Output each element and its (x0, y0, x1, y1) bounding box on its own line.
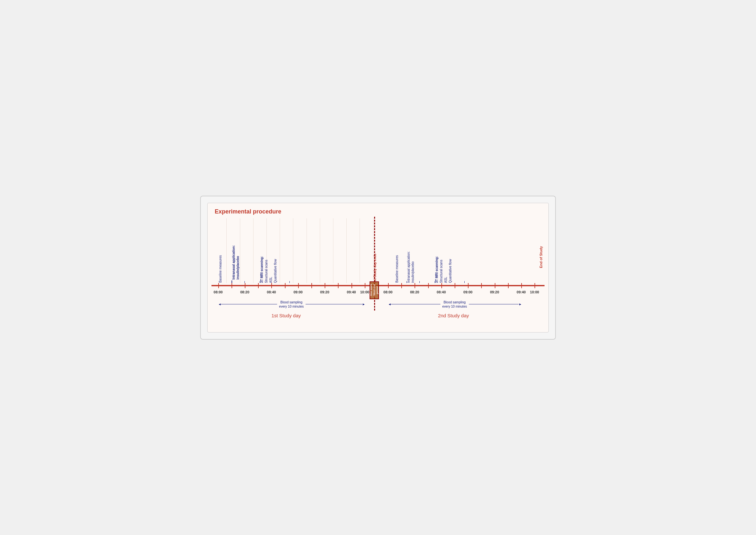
time-label-d2-1000: 10:00 (530, 290, 539, 294)
time-label-d1-0920: 09:20 (320, 290, 329, 294)
washout-text: One weekWash-outperiod (369, 284, 379, 296)
study-day-2-label: 2nd Study day (438, 313, 469, 318)
time-label-d2-0800: 08:00 (384, 290, 392, 294)
time-label-d1-0800: 08:00 (214, 290, 223, 294)
annotation-intranasal-2: Intranasal application:insulin/placebo (406, 251, 415, 283)
annotation-baseline-1: Baseline measures (218, 255, 223, 283)
time-label-d2-0820: 08:20 (410, 290, 419, 294)
outer-container: Experimental procedure (200, 196, 556, 340)
time-label-d1-0900: 09:00 (294, 290, 303, 294)
annotations-row: Baseline measures Intranasal application… (211, 218, 545, 283)
time-label-d1-0940: 09:40 (347, 290, 356, 294)
time-label-d2-0920: 09:20 (490, 290, 499, 294)
inner-container: Experimental procedure (207, 203, 549, 332)
end-of-study-label: End of Study (539, 231, 543, 283)
annotation-baseline-2: Baseline measures (395, 255, 399, 283)
time-label-d2-0940: 09:40 (517, 290, 526, 294)
page-title: Experimental procedure (215, 208, 545, 215)
time-label-d2-0840: 08:40 (437, 290, 446, 294)
time-label-d2-0900: 09:00 (463, 290, 472, 294)
time-label-d1-0840: 08:40 (267, 290, 276, 294)
sampling-row: ◄ Blood samplingevery 10 minutes ► ◄ Blo… (211, 298, 545, 310)
timeline-bar-row: One weekWash-outperiod (211, 283, 545, 290)
annotation-intranasal-1: Intranasal application:insulin/placebo (231, 245, 240, 279)
washout-box: One weekWash-outperiod (369, 281, 379, 299)
study-day-1-label: 1st Study day (271, 313, 301, 318)
timeline-area: Baseline measures Intranasal application… (211, 218, 545, 326)
blood-sampling-arrow-1: ◄ Blood samplingevery 10 minutes ► (218, 298, 365, 310)
study-labels-row: 1st Study day 2nd Study day (211, 313, 545, 326)
time-label-d1-0820: 08:20 (240, 290, 249, 294)
time-label-d1-1000: 10:00 (360, 290, 369, 294)
annotation-mri-1: 3T MRI scanning:Structural scansASLQuant… (260, 256, 278, 283)
blood-sampling-arrow-2: ◄ Blood samplingevery 10 minutes ► (388, 298, 521, 310)
annotation-mri-2: 3T MRI scanning:Structural scansASLQuant… (435, 256, 453, 283)
